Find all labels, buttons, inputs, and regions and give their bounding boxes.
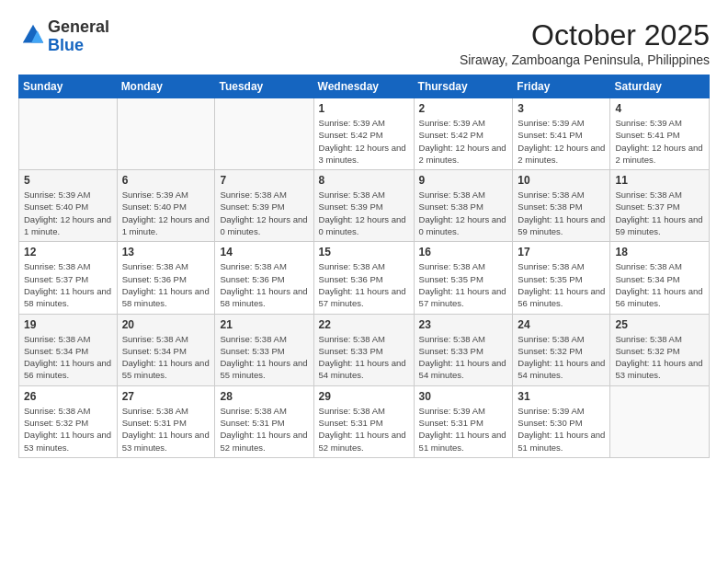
calendar-week-row: 12Sunrise: 5:38 AMSunset: 5:37 PMDayligh… [19, 242, 710, 314]
day-info: Sunrise: 5:38 AMSunset: 5:35 PMDaylight:… [419, 260, 508, 309]
calendar-cell: 24Sunrise: 5:38 AMSunset: 5:32 PMDayligh… [513, 314, 610, 385]
calendar-cell: 19Sunrise: 5:38 AMSunset: 5:34 PMDayligh… [19, 314, 118, 385]
calendar-cell: 20Sunrise: 5:38 AMSunset: 5:34 PMDayligh… [117, 314, 215, 385]
calendar-cell [610, 385, 710, 457]
day-info: Sunrise: 5:38 AMSunset: 5:31 PMDaylight:… [319, 405, 409, 454]
calendar-cell: 6Sunrise: 5:39 AMSunset: 5:40 PMDaylight… [117, 170, 215, 242]
day-info: Sunrise: 5:38 AMSunset: 5:37 PMDaylight:… [615, 189, 704, 237]
calendar-cell: 10Sunrise: 5:38 AMSunset: 5:38 PMDayligh… [513, 170, 610, 242]
calendar-cell: 16Sunrise: 5:38 AMSunset: 5:35 PMDayligh… [414, 242, 513, 314]
calendar-table: SundayMondayTuesdayWednesdayThursdayFrid… [18, 75, 710, 458]
weekday-header-monday: Monday [117, 75, 215, 98]
weekday-header-tuesday: Tuesday [215, 75, 313, 98]
day-info: Sunrise: 5:38 AMSunset: 5:38 PMDaylight:… [518, 189, 605, 237]
calendar-cell: 29Sunrise: 5:38 AMSunset: 5:31 PMDayligh… [313, 385, 414, 457]
logo-blue: Blue [48, 36, 84, 54]
day-number: 20 [122, 318, 210, 331]
day-number: 27 [122, 390, 210, 403]
logo: General Blue [18, 18, 109, 55]
calendar-cell: 23Sunrise: 5:38 AMSunset: 5:33 PMDayligh… [414, 314, 513, 385]
day-info: Sunrise: 5:39 AMSunset: 5:31 PMDaylight:… [419, 405, 508, 454]
day-info: Sunrise: 5:39 AMSunset: 5:42 PMDaylight:… [419, 117, 508, 166]
calendar-cell: 14Sunrise: 5:38 AMSunset: 5:36 PMDayligh… [215, 242, 313, 314]
day-number: 7 [220, 174, 308, 187]
day-number: 26 [24, 390, 112, 403]
day-number: 2 [419, 102, 508, 115]
calendar-cell: 4Sunrise: 5:39 AMSunset: 5:41 PMDaylight… [610, 98, 710, 170]
calendar-cell: 7Sunrise: 5:38 AMSunset: 5:39 PMDaylight… [215, 170, 313, 242]
location-title: Siraway, Zamboanga Peninsula, Philippine… [460, 52, 710, 67]
calendar-cell: 3Sunrise: 5:39 AMSunset: 5:41 PMDaylight… [513, 98, 610, 170]
weekday-header-sunday: Sunday [19, 75, 118, 98]
day-number: 4 [615, 102, 704, 115]
day-number: 9 [419, 174, 508, 187]
day-number: 15 [319, 246, 409, 259]
weekday-header-wednesday: Wednesday [313, 75, 414, 98]
weekday-header-row: SundayMondayTuesdayWednesdayThursdayFrid… [19, 75, 710, 98]
day-info: Sunrise: 5:38 AMSunset: 5:36 PMDaylight:… [319, 260, 409, 309]
calendar-cell: 12Sunrise: 5:38 AMSunset: 5:37 PMDayligh… [19, 242, 118, 314]
day-info: Sunrise: 5:38 AMSunset: 5:34 PMDaylight:… [615, 260, 704, 309]
day-number: 1 [319, 102, 409, 115]
day-number: 25 [615, 318, 704, 331]
day-number: 17 [518, 246, 605, 259]
month-title: October 2025 [460, 18, 710, 52]
day-info: Sunrise: 5:38 AMSunset: 5:34 PMDaylight:… [122, 333, 210, 382]
day-number: 10 [518, 174, 605, 187]
calendar-cell: 5Sunrise: 5:39 AMSunset: 5:40 PMDaylight… [19, 170, 118, 242]
day-number: 3 [518, 102, 605, 115]
calendar-cell [117, 98, 215, 170]
calendar-cell: 21Sunrise: 5:38 AMSunset: 5:33 PMDayligh… [215, 314, 313, 385]
calendar-cell: 15Sunrise: 5:38 AMSunset: 5:36 PMDayligh… [313, 242, 414, 314]
day-info: Sunrise: 5:38 AMSunset: 5:32 PMDaylight:… [615, 333, 704, 382]
day-info: Sunrise: 5:38 AMSunset: 5:33 PMDaylight:… [220, 333, 308, 382]
day-info: Sunrise: 5:38 AMSunset: 5:35 PMDaylight:… [518, 260, 605, 309]
calendar-cell [19, 98, 118, 170]
page-header: General Blue October 2025 Siraway, Zambo… [18, 18, 710, 67]
logo-text: General Blue [48, 18, 109, 55]
day-info: Sunrise: 5:39 AMSunset: 5:30 PMDaylight:… [518, 405, 605, 454]
day-info: Sunrise: 5:39 AMSunset: 5:41 PMDaylight:… [615, 117, 704, 166]
day-number: 5 [24, 174, 112, 187]
day-info: Sunrise: 5:39 AMSunset: 5:40 PMDaylight:… [122, 189, 210, 237]
day-number: 28 [220, 390, 308, 403]
day-info: Sunrise: 5:38 AMSunset: 5:39 PMDaylight:… [319, 189, 409, 237]
calendar-cell: 25Sunrise: 5:38 AMSunset: 5:32 PMDayligh… [610, 314, 710, 385]
calendar-cell: 27Sunrise: 5:38 AMSunset: 5:31 PMDayligh… [117, 385, 215, 457]
calendar-cell: 31Sunrise: 5:39 AMSunset: 5:30 PMDayligh… [513, 385, 610, 457]
day-number: 23 [419, 318, 508, 331]
logo-icon [20, 22, 46, 48]
calendar-week-row: 1Sunrise: 5:39 AMSunset: 5:42 PMDaylight… [19, 98, 710, 170]
day-number: 14 [220, 246, 308, 259]
calendar-week-row: 26Sunrise: 5:38 AMSunset: 5:32 PMDayligh… [19, 385, 710, 457]
calendar-cell: 28Sunrise: 5:38 AMSunset: 5:31 PMDayligh… [215, 385, 313, 457]
weekday-header-saturday: Saturday [610, 75, 710, 98]
day-info: Sunrise: 5:38 AMSunset: 5:36 PMDaylight:… [220, 260, 308, 309]
day-info: Sunrise: 5:38 AMSunset: 5:38 PMDaylight:… [419, 189, 508, 237]
day-number: 19 [24, 318, 112, 331]
day-number: 18 [615, 246, 704, 259]
day-info: Sunrise: 5:38 AMSunset: 5:31 PMDaylight:… [122, 405, 210, 454]
day-number: 30 [419, 390, 508, 403]
calendar-cell: 11Sunrise: 5:38 AMSunset: 5:37 PMDayligh… [610, 170, 710, 242]
calendar-cell: 18Sunrise: 5:38 AMSunset: 5:34 PMDayligh… [610, 242, 710, 314]
day-number: 29 [319, 390, 409, 403]
day-info: Sunrise: 5:39 AMSunset: 5:41 PMDaylight:… [518, 117, 605, 166]
day-number: 24 [518, 318, 605, 331]
day-info: Sunrise: 5:38 AMSunset: 5:36 PMDaylight:… [122, 260, 210, 309]
calendar-cell: 26Sunrise: 5:38 AMSunset: 5:32 PMDayligh… [19, 385, 118, 457]
weekday-header-thursday: Thursday [414, 75, 513, 98]
calendar-cell: 22Sunrise: 5:38 AMSunset: 5:33 PMDayligh… [313, 314, 414, 385]
day-number: 6 [122, 174, 210, 187]
day-number: 12 [24, 246, 112, 259]
calendar-cell: 13Sunrise: 5:38 AMSunset: 5:36 PMDayligh… [117, 242, 215, 314]
calendar-cell: 8Sunrise: 5:38 AMSunset: 5:39 PMDaylight… [313, 170, 414, 242]
day-info: Sunrise: 5:38 AMSunset: 5:33 PMDaylight:… [319, 333, 409, 382]
calendar-cell: 30Sunrise: 5:39 AMSunset: 5:31 PMDayligh… [414, 385, 513, 457]
day-info: Sunrise: 5:38 AMSunset: 5:39 PMDaylight:… [220, 189, 308, 237]
day-info: Sunrise: 5:38 AMSunset: 5:34 PMDaylight:… [24, 333, 112, 382]
calendar-cell: 2Sunrise: 5:39 AMSunset: 5:42 PMDaylight… [414, 98, 513, 170]
day-info: Sunrise: 5:38 AMSunset: 5:33 PMDaylight:… [419, 333, 508, 382]
day-number: 22 [319, 318, 409, 331]
day-info: Sunrise: 5:39 AMSunset: 5:40 PMDaylight:… [24, 189, 112, 237]
